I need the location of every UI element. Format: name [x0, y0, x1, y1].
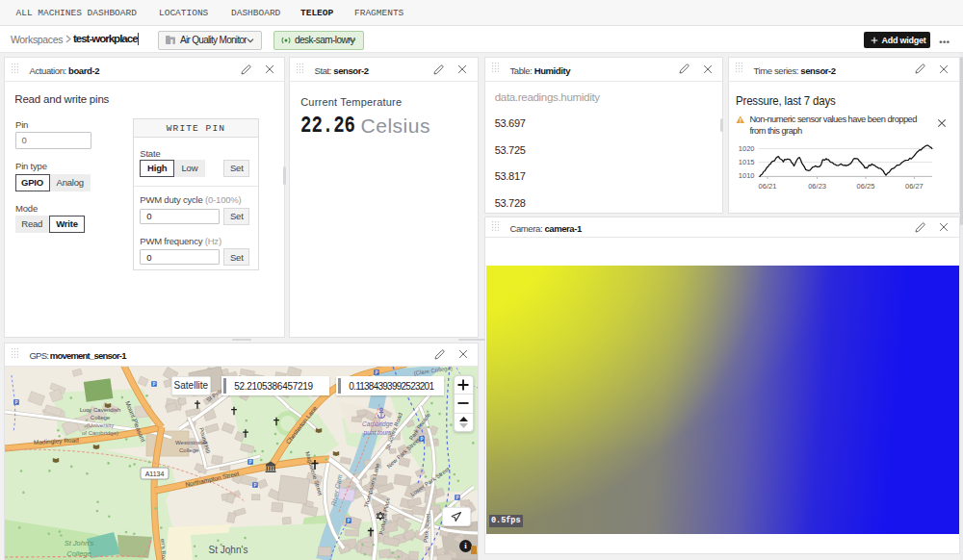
svg-text:College: College [66, 549, 91, 558]
svg-text:06/23: 06/23 [808, 182, 826, 191]
svg-text:P: P [253, 483, 256, 488]
svg-text:A1134: A1134 [145, 471, 165, 477]
svg-text:P: P [420, 437, 423, 442]
svg-text:1010: 1010 [739, 171, 755, 180]
svg-text:St John's: St John's [65, 539, 94, 547]
svg-text:1020: 1020 [739, 144, 755, 153]
svg-text:06/25: 06/25 [857, 182, 875, 191]
svg-text:P: P [375, 370, 377, 375]
svg-text:Cambridge: Cambridge [362, 420, 393, 428]
svg-text:Lucy Cavendish: Lucy Cavendish [80, 407, 121, 413]
svg-text:College: College [91, 415, 111, 420]
svg-text:College: College [179, 447, 199, 453]
svg-text:06/21: 06/21 [759, 182, 777, 191]
svg-text:P: P [347, 519, 350, 523]
svg-text:P: P [152, 382, 155, 387]
svg-text:St John's: St John's [209, 545, 248, 555]
svg-text:1015: 1015 [739, 158, 755, 166]
svg-text:en's Road: en's Road [160, 539, 167, 560]
svg-text:P: P [455, 496, 458, 500]
svg-text:punt tours: punt tours [363, 429, 393, 437]
svg-text:(University: (University [87, 422, 114, 428]
svg-text:of Cambridge): of Cambridge) [82, 430, 118, 436]
svg-text:P: P [14, 400, 17, 405]
svg-text:P: P [248, 460, 251, 465]
svg-text:06/27: 06/27 [905, 182, 924, 191]
